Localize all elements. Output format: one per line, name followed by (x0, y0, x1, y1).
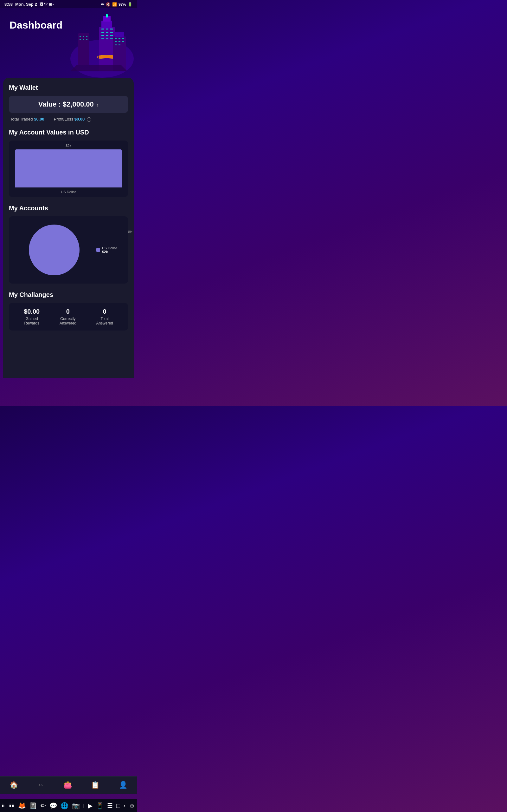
profit-loss-value: $0.00 (74, 117, 85, 121)
pie-chart-container (12, 221, 96, 278)
svg-rect-29 (78, 33, 89, 65)
accounts-title: My Accounts (9, 205, 128, 212)
battery-icon: 🔋 (128, 2, 132, 7)
mute-icon: 🔇 (106, 2, 111, 7)
city-illustration (58, 8, 137, 78)
legend-value: $2k (102, 250, 117, 254)
svg-rect-13 (110, 35, 113, 36)
pie-legend: US Dollar $2k (96, 246, 125, 254)
account-values-section: My Account Values in USD $2k US Dollar (9, 129, 128, 197)
chart-x-label: US Dollar (12, 190, 125, 194)
svg-rect-8 (101, 32, 104, 33)
edit-pencil-icon[interactable]: ✏ (128, 229, 132, 235)
svg-rect-32 (86, 36, 88, 37)
svg-rect-11 (101, 35, 104, 36)
status-date: Mon, Sep 2 (15, 2, 37, 7)
svg-rect-4 (106, 14, 108, 17)
challenge-total-value: 0 (96, 308, 113, 315)
svg-rect-20 (115, 32, 124, 38)
svg-marker-36 (70, 65, 127, 71)
pencil-icon: ✏ (101, 2, 104, 7)
svg-rect-1 (99, 27, 115, 71)
wallet-value: Value : $2,000.00 (38, 100, 94, 108)
svg-rect-2 (101, 20, 112, 29)
svg-rect-28 (118, 44, 120, 45)
svg-rect-33 (79, 39, 81, 40)
profit-loss-label: Profit/Loss (54, 117, 73, 121)
accounts-section: My Accounts US Dollar $2k (9, 205, 128, 284)
svg-rect-25 (118, 41, 120, 42)
challenges-title: My Challanges (9, 291, 128, 299)
total-traded-value: $0.00 (34, 117, 44, 121)
status-app-icons: 🖼 🛡 ▣ • (40, 2, 54, 6)
svg-point-37 (29, 224, 79, 275)
svg-rect-9 (106, 32, 108, 33)
main-card: My Wallet Value : $2,000.00 ↑ Total Trad… (3, 78, 134, 378)
svg-rect-35 (86, 39, 88, 40)
svg-rect-27 (115, 44, 117, 45)
challenge-total-label: TotalAnswered (96, 316, 113, 325)
challenges-section: My Challanges $0.00 GainedRewards 0 Corr… (9, 291, 128, 331)
svg-rect-7 (110, 29, 113, 30)
accounts-chart-box: US Dollar $2k (9, 216, 128, 284)
page-title: Dashboard (9, 19, 62, 31)
status-left: 8:58 Mon, Sep 2 🖼 🛡 ▣ • (4, 2, 54, 7)
challenge-correctly-label: CorrectlyAnswered (60, 316, 76, 325)
svg-rect-16 (110, 38, 113, 39)
svg-rect-17 (99, 55, 115, 58)
pie-chart-svg (26, 221, 83, 278)
challenge-total: 0 TotalAnswered (96, 308, 113, 325)
svg-rect-14 (101, 38, 104, 39)
status-bar: 8:58 Mon, Sep 2 🖼 🛡 ▣ • ✏ 🔇 📶 97% 🔋 (0, 0, 137, 8)
challenges-box: $0.00 GainedRewards 0 CorrectlyAnswered … (9, 303, 128, 331)
challenge-rewards: $0.00 GainedRewards (24, 308, 40, 325)
bar-chart-area (12, 149, 125, 188)
legend-item-usd: US Dollar $2k (96, 246, 125, 254)
info-icon[interactable]: i (87, 117, 91, 122)
bar-fill (15, 149, 122, 188)
svg-rect-12 (106, 35, 108, 36)
svg-rect-31 (83, 36, 84, 37)
account-chart-title: My Account Values in USD (9, 129, 128, 136)
svg-rect-15 (106, 38, 108, 39)
svg-rect-5 (101, 29, 104, 30)
legend-dot (96, 248, 100, 252)
status-time: 8:58 (4, 2, 13, 7)
chart-y-label: $2k (12, 144, 125, 148)
legend-label: US Dollar (102, 246, 117, 250)
svg-rect-34 (83, 39, 84, 40)
challenge-rewards-value: $0.00 (24, 308, 40, 315)
svg-rect-24 (115, 41, 117, 42)
challenge-correctly-value: 0 (60, 308, 76, 315)
wallet-value-row: Value : $2,000.00 ↑ (9, 96, 128, 113)
wallet-title: My Wallet (9, 84, 128, 91)
wifi-icon: 📶 (112, 2, 117, 7)
challenge-rewards-label: GainedRewards (24, 316, 40, 325)
total-traded-label: Total Traded (10, 117, 33, 121)
svg-rect-26 (122, 41, 124, 42)
wallet-value-suffix: ↑ (96, 102, 99, 107)
hero-section: Dashboard (0, 8, 137, 78)
svg-rect-22 (118, 38, 120, 39)
battery-text: 97% (118, 2, 126, 7)
svg-rect-6 (106, 29, 108, 30)
account-chart-box: $2k US Dollar (9, 141, 128, 197)
svg-rect-23 (122, 38, 124, 39)
svg-rect-10 (110, 32, 113, 33)
stats-row: Total Traded $0.00 Profit/Loss $0.00 i (9, 117, 128, 122)
status-right: ✏ 🔇 📶 97% 🔋 (101, 2, 132, 7)
svg-rect-30 (79, 36, 81, 37)
challenge-correctly: 0 CorrectlyAnswered (60, 308, 76, 325)
profit-loss-stat: Profit/Loss $0.00 i (54, 117, 91, 122)
svg-rect-21 (115, 38, 117, 39)
total-traded-stat: Total Traded $0.00 (10, 117, 44, 122)
